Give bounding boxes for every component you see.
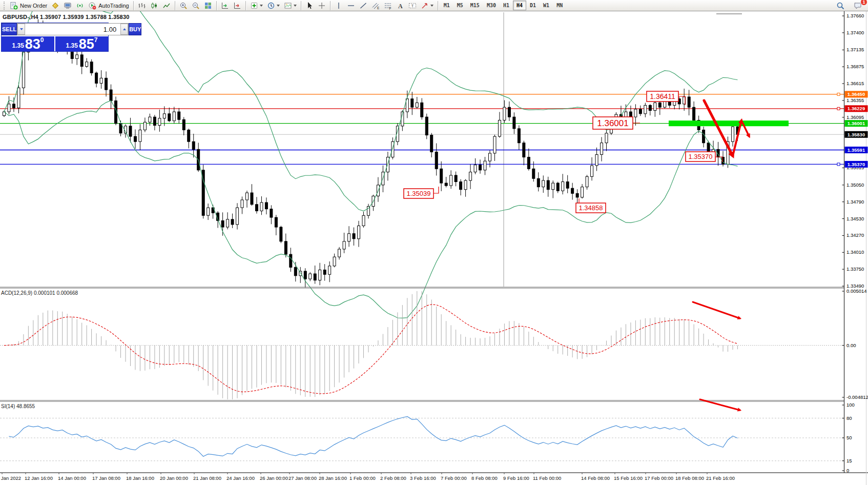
rsi-tick: 100 [846, 402, 855, 408]
price-plate-1.36450: 1.36450 [848, 91, 865, 97]
text-tool-button-icon: A [396, 2, 404, 10]
volume-input[interactable] [25, 24, 120, 35]
crosshair-tool-button[interactable] [316, 0, 328, 11]
new-order-button[interactable]: New Order [8, 0, 49, 11]
timeframe-M5-button[interactable]: M5 [453, 1, 467, 10]
toolbar-separator [301, 1, 301, 10]
bollinger-lower-line [4, 100, 737, 318]
zoom-in-button[interactable] [177, 0, 190, 11]
shapes-tool-button[interactable] [419, 0, 436, 11]
rsi-line [9, 416, 737, 456]
cursor-tool-button[interactable] [303, 0, 316, 11]
price-plate-1.35830: 1.35830 [848, 132, 865, 137]
price-annotations: 1.364111.360011.350391.348581.35370 [404, 91, 722, 213]
toolbar-right-icons: 1 [834, 1, 864, 10]
candlestick-chart-button[interactable] [148, 0, 160, 11]
chart-shift-button[interactable] [231, 0, 243, 11]
timeframe-W1-button[interactable]: W1 [540, 1, 553, 10]
indicators-button[interactable] [248, 0, 265, 11]
vertical-line-tool-button[interactable] [333, 0, 345, 11]
trade-panel-prices: 1.35830 1.35857 [2, 35, 108, 51]
signal-icon[interactable] [74, 0, 86, 11]
support-zone-band[interactable] [669, 120, 789, 126]
timeframe-D1-button[interactable]: D1 [526, 1, 540, 10]
timeframe-H1-button[interactable]: H1 [500, 1, 513, 10]
drawn-arrows [693, 100, 750, 411]
horizontal-line-tool-button[interactable] [345, 0, 357, 11]
price-chart-svg: 1.376601.374001.371351.368751.366151.363… [0, 0, 868, 485]
autotrading-button-icon [88, 2, 96, 10]
rsi-indicator-label: SI(14) 48.8655 [1, 403, 35, 409]
line-chart-button[interactable] [160, 0, 173, 11]
level-handle-1.36450[interactable] [837, 93, 840, 95]
horizontal-line-tool-button-icon [347, 2, 355, 10]
sell-button[interactable]: SELL [2, 23, 17, 35]
level-handle-1.35370[interactable] [837, 163, 840, 166]
price-tick: 1.36615 [846, 80, 864, 86]
time-label: 24 Jan 16:00 [226, 475, 255, 481]
price-plate-1.35370: 1.35370 [848, 161, 865, 167]
price-plate-1.35591: 1.35591 [848, 147, 865, 153]
price-tick: 1.34530 [846, 216, 864, 221]
notification-badge: 1 [860, 0, 867, 6]
annotation-1.36001[interactable]: 1.36001 [593, 117, 640, 129]
price-tick: 1.34790 [846, 199, 864, 205]
notifications-button[interactable]: 1 [852, 0, 864, 11]
buy-price[interactable]: 1.35857 [55, 36, 108, 51]
toolbar-grip [4, 2, 6, 10]
channel-tool-button[interactable]: E [369, 0, 382, 11]
macd-signal-line [4, 305, 737, 394]
label-tool-button[interactable]: T [406, 0, 419, 11]
level-handle-1.36229[interactable] [837, 107, 840, 110]
time-label: 20 Jan 00:00 [160, 475, 188, 481]
periods-button[interactable] [265, 0, 282, 11]
price-plate-1.36001: 1.36001 [848, 120, 865, 126]
macd-tick: -0.004812 [846, 394, 868, 400]
annotation-1.34858[interactable]: 1.34858 [576, 198, 606, 213]
new-order-button-label: New Order [20, 3, 47, 9]
trade-panel-controls: SELL BUY [2, 23, 108, 35]
toolbar-separator [133, 1, 134, 10]
time-label: 7 Feb 00:00 [441, 475, 467, 481]
buy-button[interactable]: BUY [129, 23, 141, 35]
templates-button[interactable] [282, 0, 299, 11]
timeframe-M15-button[interactable]: M15 [467, 1, 483, 10]
time-label: 17 Jan 08:00 [92, 475, 120, 481]
tile-windows-button[interactable] [202, 0, 214, 11]
toolbar-separator [216, 1, 217, 10]
timeframe-MN-button[interactable]: MN [553, 1, 566, 10]
timeframe-M30-button[interactable]: M30 [483, 1, 500, 10]
terminal-icon[interactable] [61, 0, 74, 11]
trendline-tool-button[interactable] [357, 0, 369, 11]
chart-shift-button-icon [233, 2, 241, 10]
one-click-trading-panel: SELL BUY 1.35830 1.35857 [1, 23, 109, 52]
price-tick: 1.33750 [846, 266, 864, 272]
shapes-tool-button-icon [421, 2, 429, 10]
zoom-out-button[interactable] [190, 0, 202, 11]
volume-decrease-button[interactable] [17, 24, 25, 35]
volume-increase-button[interactable] [120, 24, 128, 35]
trendline-tool-button-icon [359, 2, 367, 10]
svg-text:A: A [398, 2, 403, 9]
label-tool-button-icon: T [408, 2, 417, 10]
timeframe-H4-button[interactable]: H4 [513, 1, 526, 10]
auto-scroll-button[interactable] [219, 0, 231, 11]
svg-text:T: T [411, 3, 414, 8]
time-label: 17 Feb 00:00 [645, 475, 673, 481]
candlestick-chart-button-icon [150, 2, 158, 10]
time-label: 18 Jan 16:00 [126, 475, 154, 481]
svg-text:E: E [377, 6, 380, 9]
axes [0, 11, 868, 485]
autotrading-button[interactable]: AutoTrading [86, 0, 131, 11]
text-tool-button[interactable]: A [394, 0, 406, 11]
search-button[interactable] [834, 0, 846, 11]
fibonacci-tool-button[interactable]: F [382, 0, 394, 11]
macd-tick: 0.005014 [846, 288, 867, 294]
search-icon [836, 2, 844, 10]
annotation-1.35039[interactable]: 1.35039 [404, 187, 439, 198]
bar-chart-button[interactable] [136, 0, 148, 11]
timeframe-M1-button[interactable]: M1 [440, 1, 453, 10]
sell-price[interactable]: 1.35830 [2, 36, 54, 51]
gold-icon[interactable] [49, 0, 61, 11]
price-tick: 1.36355 [846, 97, 864, 103]
